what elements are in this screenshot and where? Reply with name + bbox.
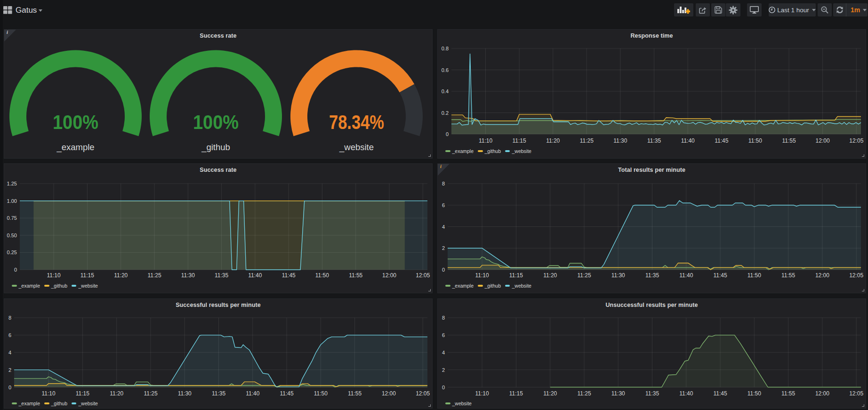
svg-text:2: 2 <box>8 367 11 373</box>
svg-text:78.34%: 78.34% <box>329 111 384 133</box>
svg-text:0.25: 0.25 <box>7 249 17 255</box>
svg-text:11:25: 11:25 <box>577 390 591 397</box>
svg-text:11:50: 11:50 <box>314 390 328 397</box>
svg-text:11:55: 11:55 <box>781 390 795 397</box>
svg-text:11:45: 11:45 <box>714 390 727 397</box>
svg-text:_example: _example <box>56 142 94 153</box>
svg-text:11:40: 11:40 <box>681 137 695 144</box>
svg-text:12:05: 12:05 <box>849 272 863 279</box>
svg-text:12:00: 12:00 <box>815 390 829 397</box>
svg-text:0.4: 0.4 <box>442 88 449 94</box>
svg-text:11:50: 11:50 <box>747 390 761 397</box>
svg-text:0.6: 0.6 <box>442 67 449 73</box>
svg-text:11:30: 11:30 <box>611 272 625 279</box>
svg-text:11:40: 11:40 <box>679 272 693 279</box>
svg-text:0: 0 <box>14 267 17 273</box>
svg-text:2: 2 <box>442 367 445 373</box>
svg-text:0: 0 <box>8 385 11 390</box>
svg-text:11:35: 11:35 <box>212 390 225 397</box>
svg-text:_github: _github <box>201 142 230 153</box>
svg-text:11:30: 11:30 <box>181 272 195 279</box>
svg-text:12:00: 12:00 <box>382 272 396 279</box>
svg-text:11:50: 11:50 <box>747 272 761 279</box>
svg-text:11:25: 11:25 <box>577 272 591 279</box>
svg-text:11:20: 11:20 <box>546 137 560 144</box>
svg-text:0.8: 0.8 <box>442 46 449 51</box>
svg-text:11:15: 11:15 <box>513 137 526 144</box>
svg-text:1.25: 1.25 <box>7 181 17 186</box>
svg-text:11:20: 11:20 <box>110 390 123 397</box>
svg-text:4: 4 <box>442 224 445 230</box>
svg-text:4: 4 <box>8 350 11 355</box>
svg-text:100%: 100% <box>193 111 239 133</box>
svg-text:11:45: 11:45 <box>715 137 728 144</box>
svg-text:11:55: 11:55 <box>782 137 796 144</box>
svg-text:11:55: 11:55 <box>348 390 362 397</box>
svg-text:11:40: 11:40 <box>248 272 262 279</box>
svg-text:11:10: 11:10 <box>47 272 61 279</box>
svg-text:11:15: 11:15 <box>76 390 89 397</box>
svg-text:11:10: 11:10 <box>475 390 489 397</box>
svg-text:11:50: 11:50 <box>748 137 762 144</box>
svg-text:11:25: 11:25 <box>580 137 594 144</box>
svg-text:12:00: 12:00 <box>816 137 830 144</box>
svg-text:1.00: 1.00 <box>7 198 17 204</box>
svg-text:11:25: 11:25 <box>147 272 161 279</box>
svg-text:11:10: 11:10 <box>475 272 489 279</box>
svg-text:2: 2 <box>442 245 445 251</box>
svg-text:_website: _website <box>339 142 374 153</box>
svg-text:11:15: 11:15 <box>509 390 523 397</box>
svg-text:0: 0 <box>442 385 445 390</box>
svg-text:11:30: 11:30 <box>178 390 192 397</box>
svg-text:6: 6 <box>442 332 445 338</box>
svg-text:11:45: 11:45 <box>282 272 296 279</box>
svg-text:11:55: 11:55 <box>349 272 362 279</box>
svg-text:11:15: 11:15 <box>80 272 94 279</box>
svg-text:11:35: 11:35 <box>647 137 661 144</box>
svg-text:8: 8 <box>8 315 11 321</box>
svg-text:100%: 100% <box>53 111 98 133</box>
svg-text:12:00: 12:00 <box>382 390 396 397</box>
svg-text:4: 4 <box>442 350 445 355</box>
svg-text:11:20: 11:20 <box>543 390 557 397</box>
svg-text:12:05: 12:05 <box>416 390 430 397</box>
svg-text:12:00: 12:00 <box>815 272 829 279</box>
svg-text:11:35: 11:35 <box>645 390 659 397</box>
svg-text:11:50: 11:50 <box>315 272 329 279</box>
svg-text:11:10: 11:10 <box>479 137 492 144</box>
svg-text:11:45: 11:45 <box>714 272 727 279</box>
svg-text:0: 0 <box>442 267 445 273</box>
svg-text:11:40: 11:40 <box>679 390 693 397</box>
svg-text:11:45: 11:45 <box>280 390 294 397</box>
svg-text:11:55: 11:55 <box>781 272 795 279</box>
svg-text:0: 0 <box>446 131 449 137</box>
svg-text:6: 6 <box>442 202 445 208</box>
svg-text:8: 8 <box>442 181 445 186</box>
svg-text:12:05: 12:05 <box>849 137 863 144</box>
svg-text:11:25: 11:25 <box>144 390 157 397</box>
svg-text:11:35: 11:35 <box>215 272 228 279</box>
svg-text:11:20: 11:20 <box>114 272 128 279</box>
svg-text:0.2: 0.2 <box>442 110 449 116</box>
svg-text:11:30: 11:30 <box>611 390 625 397</box>
svg-text:6: 6 <box>8 332 11 338</box>
svg-text:11:10: 11:10 <box>42 390 56 397</box>
svg-text:8: 8 <box>442 315 445 321</box>
svg-text:11:40: 11:40 <box>246 390 259 397</box>
svg-text:11:35: 11:35 <box>645 272 659 279</box>
svg-text:0.75: 0.75 <box>7 215 17 221</box>
svg-text:11:15: 11:15 <box>509 272 523 279</box>
svg-text:11:20: 11:20 <box>543 272 557 279</box>
svg-text:11:30: 11:30 <box>613 137 627 144</box>
svg-text:12:05: 12:05 <box>849 390 863 397</box>
svg-text:0.50: 0.50 <box>7 233 17 238</box>
svg-text:12:05: 12:05 <box>416 272 430 279</box>
